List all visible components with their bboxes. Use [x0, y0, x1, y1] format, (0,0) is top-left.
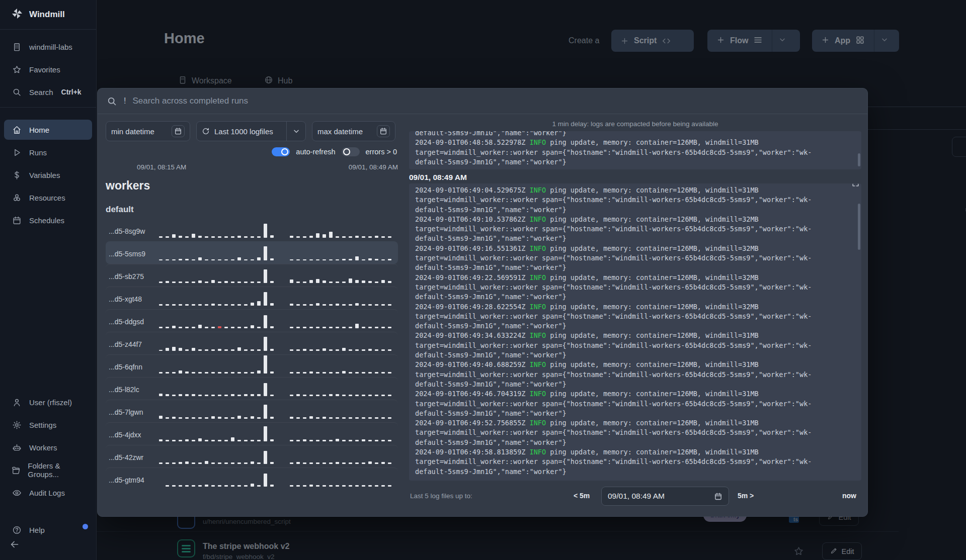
app-logo[interactable]: Windmill: [0, 0, 96, 30]
sidebar-item-favorites[interactable]: Favorites: [4, 59, 92, 79]
collapse-sidebar-button[interactable]: [9, 539, 20, 552]
worker-sparkline: [159, 383, 391, 400]
sidebar-item-workspace[interactable]: windmill-labs: [4, 37, 92, 57]
log-line: target=windmill_worker::worker span={"ho…: [415, 399, 855, 409]
sidebar-item-variables[interactable]: Variables: [4, 165, 92, 185]
sidebar-item-user-rfiszel[interactable]: User (rfiszel): [4, 392, 92, 412]
log-line: default-5sms9-Jmn1G","name":"worker"}: [415, 467, 855, 477]
footer-datetime-input[interactable]: 09/01, 08:49 AM: [601, 487, 729, 506]
worker-row-d5-42zwr[interactable]: ...d5-42zwr: [106, 445, 398, 468]
worker-list: ...d5-8sg9w...d5-5sms9...d5-sb275...d5-x…: [106, 219, 398, 490]
resources-icon: [11, 193, 22, 203]
expand-icon[interactable]: [852, 183, 859, 190]
log-footer: Last 5 log files up to: < 5m 09/01, 08:4…: [409, 487, 861, 508]
search-prefix: !: [124, 97, 126, 106]
min-datetime-input[interactable]: min datetime: [106, 121, 190, 141]
forward-5m-button[interactable]: 5m >: [738, 492, 754, 500]
worker-name: ...d5-l82lc: [109, 386, 159, 400]
sidebar-bottom: User (rfiszel)SettingsWorkersFolders & G…: [4, 392, 92, 505]
time-range: 09/01, 08:15 AM 09/01, 08:49 AM: [106, 163, 398, 171]
log-line: default-5sms9-Jmn1G","name":"worker"}: [415, 380, 855, 389]
worker-row-d5-z44f7[interactable]: ...d5-z44f7: [106, 332, 398, 354]
sidebar-item-settings[interactable]: Settings: [4, 415, 92, 435]
log-line: 2024-09-01T06:49:40.688259Z INFO ping up…: [415, 360, 855, 369]
sidebar-item-audit-logs[interactable]: Audit Logs: [4, 483, 92, 503]
app-title: Windmill: [29, 10, 65, 20]
sidebar-divider: [0, 107, 96, 108]
worker-row-d5-7lgwn[interactable]: ...d5-7lgwn: [106, 400, 398, 422]
home-icon: [11, 125, 22, 135]
robot-icon: [11, 443, 22, 452]
sidebar-item-workers[interactable]: Workers: [4, 437, 92, 457]
search-label: Search: [29, 88, 53, 97]
calendar-icon[interactable]: [172, 125, 185, 137]
footer-label: Last 5 log files up to:: [410, 492, 472, 500]
logs-column: 1 min delay: logs are compacted before b…: [402, 114, 867, 516]
sidebar-nav: HomeRunsVariablesResourcesSchedules: [0, 113, 96, 230]
worker-sparkline: [159, 337, 391, 354]
sidebar-item-runs[interactable]: Runs: [4, 142, 92, 162]
delay-note: 1 min delay: logs are compacted before b…: [409, 120, 861, 128]
sidebar-item-help[interactable]: Help: [4, 520, 92, 540]
search-icon: [107, 96, 117, 107]
log-line: target=windmill_worker::worker span={"ho…: [415, 370, 855, 380]
footer-datetime-value: 09/01, 08:49 AM: [608, 492, 714, 501]
log-line: default-5sms9-Jmn1G","name":"worker"}: [415, 131, 855, 138]
windmill-logo-icon: [11, 8, 23, 22]
log-output-block[interactable]: 2024-09-01T06:49:04.529675Z INFO ping up…: [409, 183, 861, 481]
log-line: target=windmill_worker::worker span={"ho…: [415, 224, 855, 234]
workspace-name: windmill-labs: [29, 43, 72, 51]
search-runs-input[interactable]: [132, 96, 858, 106]
sidebar-item-home[interactable]: Home: [4, 120, 92, 140]
worker-sparkline: [159, 269, 391, 287]
worker-name: ...d5-gtm94: [109, 476, 159, 490]
worker-group-name: default: [106, 205, 398, 215]
log-line: default-5sms9-Jmn1G","name":"worker"}: [415, 205, 855, 215]
scrollbar-thumb[interactable]: [858, 204, 860, 250]
log-line: default-5sms9-Jmn1G","name":"worker"}: [415, 350, 855, 360]
worker-row-d5-4jdxx[interactable]: ...d5-4jdxx: [106, 422, 398, 445]
scrollbar-thumb[interactable]: [858, 153, 860, 166]
worker-row-d5-l82lc[interactable]: ...d5-l82lc: [106, 377, 398, 400]
errors-toggle[interactable]: [342, 147, 360, 156]
min-datetime-label: min datetime: [111, 127, 167, 136]
sidebar-top-group: windmill-labs Favorites Search Ctrl+k: [0, 30, 96, 102]
worker-name: ...d5-42zwr: [109, 453, 159, 468]
windmill-app: Windmill windmill-labs Favorites Search …: [0, 0, 966, 560]
range-end: 09/01, 08:49 AM: [349, 163, 398, 171]
log-line: 2024-09-01T06:49:04.529675Z INFO ping up…: [415, 185, 855, 195]
worker-name: ...d5-z44f7: [109, 340, 159, 354]
worker-sparkline: [159, 405, 391, 422]
log-line: target=windmill_worker::worker span={"ho…: [415, 428, 855, 437]
now-button[interactable]: now: [842, 492, 856, 500]
calendar-icon[interactable]: [377, 125, 390, 137]
chevron-down-icon[interactable]: [292, 127, 300, 135]
sidebar-item-schedules[interactable]: Schedules: [4, 210, 92, 230]
log-filters: min datetime Last 1000 logfiles max date…: [106, 121, 398, 141]
calendar-icon[interactable]: [714, 492, 722, 501]
worker-row-d5-8sg9w[interactable]: ...d5-8sg9w: [106, 219, 398, 241]
worker-row-d5-ddgsd[interactable]: ...d5-ddgsd: [106, 309, 398, 332]
worker-row-d5-6qfnn[interactable]: ...d5-6qfnn: [106, 354, 398, 377]
sidebar-item-search[interactable]: Search Ctrl+k: [4, 82, 92, 102]
logfiles-select[interactable]: Last 1000 logfiles: [196, 121, 306, 141]
previous-log-block[interactable]: default-5sms9-Jmn1G","name":"worker"}202…: [409, 131, 861, 169]
schedules-icon: [11, 216, 22, 225]
worker-row-d5-gtm94[interactable]: ...d5-gtm94: [106, 468, 398, 490]
worker-row-d5-5sms9[interactable]: ...d5-5sms9: [106, 241, 398, 264]
log-line: target=windmill_worker::worker span={"ho…: [415, 195, 855, 205]
worker-row-d5-sb275[interactable]: ...d5-sb275: [106, 264, 398, 287]
back-5m-button[interactable]: < 5m: [574, 492, 590, 500]
search-shortcut: Ctrl+k: [61, 88, 82, 96]
max-datetime-input[interactable]: max datetime: [312, 121, 395, 141]
sidebar-item-resources[interactable]: Resources: [4, 188, 92, 208]
favorites-label: Favorites: [29, 65, 60, 74]
log-line: default-5sms9-Jmn1G","name":"worker"}: [415, 234, 855, 243]
log-line: target=windmill_worker::worker span={"ho…: [415, 283, 855, 292]
auto-refresh-toggle[interactable]: [272, 147, 290, 156]
log-line: target=windmill_worker::worker span={"ho…: [415, 312, 855, 321]
sidebar-item-folders-groups[interactable]: Folders & Groups...: [4, 460, 92, 480]
worker-row-d5-xgt48[interactable]: ...d5-xgt48: [106, 287, 398, 309]
errors-label: errors > 0: [366, 148, 397, 156]
auto-refresh-label: auto-refresh: [296, 148, 335, 156]
